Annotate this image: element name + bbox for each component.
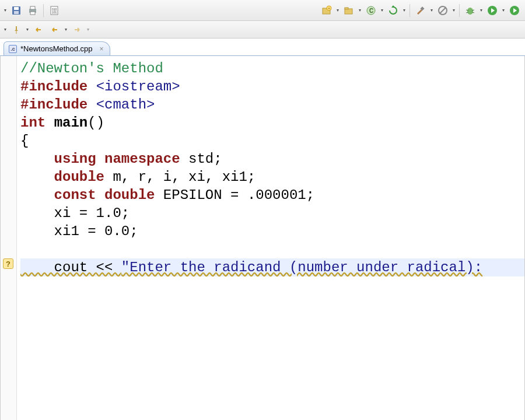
save-icon[interactable] bbox=[9, 3, 24, 18]
gutter: ? bbox=[1, 56, 17, 420]
svg-rect-4 bbox=[30, 6, 35, 9]
last-edit-icon[interactable] bbox=[31, 22, 46, 37]
code-text: xi1 = 0.0; bbox=[20, 223, 138, 239]
svg-text:101: 101 bbox=[52, 10, 57, 14]
code-keyword: using bbox=[54, 151, 96, 167]
svg-rect-5 bbox=[30, 12, 35, 15]
dropdown-arrow[interactable]: ▾ bbox=[24, 27, 30, 32]
code-fn: main bbox=[54, 115, 88, 131]
svg-rect-2 bbox=[14, 11, 19, 14]
code-keyword: namespace bbox=[104, 151, 180, 167]
code-keyword: double bbox=[54, 169, 104, 185]
svg-point-19 bbox=[467, 8, 473, 15]
new-folder-icon[interactable] bbox=[341, 3, 356, 18]
dropdown-arrow[interactable]: ▾ bbox=[357, 8, 363, 13]
dropdown-arrow[interactable]: ▾ bbox=[429, 8, 435, 13]
nav-toolbar: ▾ ▾ ▾ ▾ bbox=[0, 21, 525, 38]
run-last-icon[interactable] bbox=[507, 3, 522, 18]
tab-newtonsmethod[interactable]: .c *NewtonsMethod.cpp × bbox=[4, 41, 110, 55]
refresh-icon[interactable] bbox=[386, 3, 401, 18]
code-comment: //Newton's Method bbox=[20, 61, 163, 76]
new-class-icon[interactable]: C bbox=[363, 3, 379, 18]
code-include: <cmath> bbox=[96, 97, 155, 113]
pin-icon[interactable] bbox=[9, 22, 24, 37]
dropdown-arrow[interactable]: ▾ bbox=[85, 27, 91, 32]
editor-area: ? //Newton's Method #include <iostream> … bbox=[0, 56, 525, 420]
binary-view-icon[interactable]: 010101 bbox=[47, 3, 62, 18]
code-keyword: int bbox=[20, 115, 46, 131]
code-preproc: #include bbox=[20, 79, 88, 94]
debug-icon[interactable] bbox=[463, 3, 478, 18]
back-icon[interactable] bbox=[47, 22, 62, 37]
svg-text:+: + bbox=[328, 6, 330, 10]
code-keyword: double bbox=[104, 187, 155, 203]
svg-rect-1 bbox=[14, 7, 19, 10]
tab-title: *NewtonsMethod.cpp bbox=[20, 44, 93, 53]
code-editor[interactable]: //Newton's Method #include <iostream> #i… bbox=[17, 56, 524, 420]
print-icon[interactable] bbox=[25, 3, 40, 18]
dropdown-arrow[interactable]: ▾ bbox=[63, 27, 69, 32]
run-icon[interactable] bbox=[485, 3, 500, 18]
code-text: EPSILON = .000001; bbox=[155, 187, 314, 203]
build-icon[interactable] bbox=[413, 3, 428, 18]
new-dropdown-arrow[interactable]: ▾ bbox=[2, 8, 8, 13]
highlighted-line: cout << "Enter the radicand (number unde… bbox=[20, 258, 524, 276]
dropdown-arrow[interactable]: ▾ bbox=[501, 8, 506, 13]
close-icon[interactable]: × bbox=[100, 45, 104, 53]
dropdown-arrow[interactable]: ▾ bbox=[379, 8, 385, 13]
svg-line-18 bbox=[440, 8, 446, 13]
toolbar-separator bbox=[410, 4, 410, 17]
forward-icon[interactable] bbox=[69, 22, 85, 37]
dropdown-arrow[interactable]: ▾ bbox=[478, 8, 484, 13]
svg-rect-13 bbox=[345, 8, 348, 9]
main-toolbar: ▾ 010101 + ▾ ▾ C ▾ ▾ ▾ ▾ ▾ ▾ bbox=[0, 0, 525, 21]
code-text: m, r, i, xi, xi1; bbox=[104, 169, 256, 185]
code-text: () bbox=[88, 115, 104, 131]
code-string: "Enter the radicand (number under radica… bbox=[121, 260, 482, 275]
cpp-file-icon: .c bbox=[9, 45, 17, 53]
code-keyword: const bbox=[54, 187, 96, 203]
code-preproc: #include bbox=[20, 97, 88, 113]
editor-tab-bar: .c *NewtonsMethod.cpp × bbox=[0, 38, 525, 56]
code-text: cout << bbox=[20, 260, 121, 275]
dropdown-arrow[interactable]: ▾ bbox=[451, 8, 457, 13]
code-text: { bbox=[20, 133, 29, 149]
code-include: <iostream> bbox=[96, 79, 180, 94]
dropdown-arrow[interactable]: ▾ bbox=[2, 27, 8, 32]
dropdown-arrow[interactable]: ▾ bbox=[335, 8, 341, 13]
warning-marker[interactable]: ? bbox=[3, 258, 13, 269]
dropdown-arrow[interactable]: ▾ bbox=[401, 8, 407, 13]
code-text: xi = 1.0; bbox=[20, 205, 130, 221]
toolbar-separator bbox=[459, 4, 460, 17]
toolbar-separator bbox=[43, 4, 44, 17]
code-text: std; bbox=[180, 151, 222, 167]
new-project-icon[interactable]: + bbox=[319, 3, 334, 18]
svg-text:C: C bbox=[369, 8, 373, 14]
skip-icon[interactable] bbox=[435, 3, 450, 18]
